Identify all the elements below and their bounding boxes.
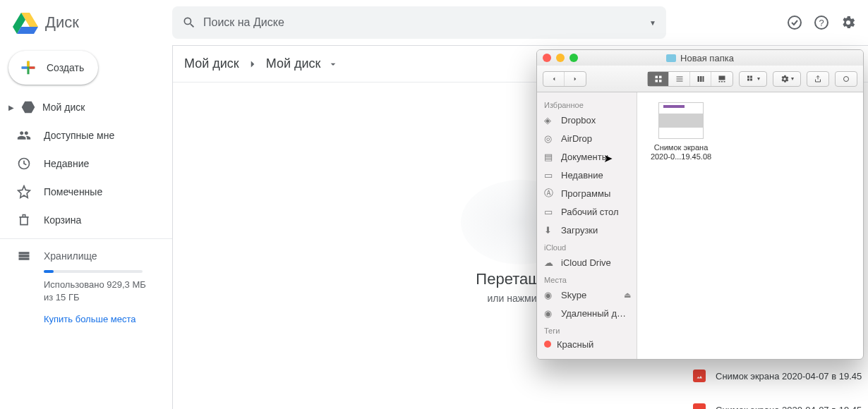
file-tile[interactable]: Снимок экрана 2020-0...19.45.08 — [647, 102, 715, 161]
trash-icon — [17, 213, 31, 227]
drive-brand: Диск — [45, 13, 79, 32]
sidebar-item-label: Помеченные — [44, 186, 102, 197]
sidebar-item-iclouddrive[interactable]: ☁iCloud Drive — [537, 253, 637, 271]
create-button[interactable]: Создать — [8, 51, 98, 85]
sidebar-item-dropbox[interactable]: ◈Dropbox — [537, 111, 637, 129]
tag-dot-icon — [544, 341, 551, 348]
dropbox-icon: ◈ — [544, 115, 555, 126]
eject-icon[interactable]: ⏏ — [624, 291, 631, 300]
sidebar-item-recent[interactable]: Недавние — [0, 149, 172, 178]
arrange-group: ▾ — [739, 71, 767, 87]
search-box[interactable]: ▼ — [172, 6, 666, 39]
sidebar-item-downloads[interactable]: ⬇Загрузки — [537, 221, 637, 239]
sidebar-item-label: Мой диск — [42, 102, 85, 113]
sidebar-item-shared[interactable]: Доступные мне — [0, 121, 172, 149]
sidebar-item-starred[interactable]: Помеченные — [0, 178, 172, 206]
list-view-button[interactable] — [669, 72, 690, 86]
search-options-caret-icon[interactable]: ▼ — [649, 19, 656, 27]
finder-window[interactable]: Новая папка ▾ ▾ Избранное ◈Drop — [536, 49, 864, 360]
sidebar-item-airdrop[interactable]: ◎AirDrop — [537, 129, 637, 147]
drive-icon — [21, 100, 35, 114]
help-icon[interactable]: ? — [813, 14, 830, 31]
sidebar-item-label: Корзина — [44, 214, 81, 226]
recent-file-row[interactable]: Снимок экрана 2020-04-07 в 19.45 — [693, 393, 862, 409]
sidebar-item-label: Skype — [561, 290, 586, 300]
file-name-line2: 2020-0...19.45.08 — [647, 152, 715, 161]
image-file-icon — [693, 403, 706, 409]
view-mode-group — [647, 71, 733, 87]
buy-storage-link[interactable]: Купить больше места — [44, 314, 172, 324]
sidebar-item-label: Рабочий стол — [561, 207, 619, 217]
chevron-down-icon[interactable] — [327, 59, 339, 70]
drive-header: Диск ▼ ? — [0, 0, 868, 45]
section-icloud: iCloud — [537, 239, 637, 253]
sidebar-item-label: Недавние — [44, 158, 89, 169]
finder-titlebar[interactable]: Новая папка — [537, 50, 863, 66]
share-button[interactable] — [807, 72, 828, 86]
desktop-icon: ▭ — [544, 207, 555, 217]
settings-gear-icon[interactable] — [840, 14, 857, 31]
breadcrumb-root[interactable]: Мой диск — [184, 56, 239, 71]
finder-content[interactable]: Снимок экрана 2020-0...19.45.08 — [637, 92, 863, 359]
drive-logo-icon — [11, 10, 40, 35]
column-view-button[interactable] — [690, 72, 711, 86]
finder-sidebar: Избранное ◈Dropbox ◎AirDrop ▤Документы ▭… — [537, 92, 637, 359]
finder-body: Избранное ◈Dropbox ◎AirDrop ▤Документы ▭… — [537, 92, 863, 359]
nav-group — [543, 71, 586, 87]
disk-icon: ◉ — [544, 290, 555, 300]
finder-title: Новая папка — [537, 53, 863, 63]
sidebar-item-remote[interactable]: ◉Удаленный д… — [537, 304, 637, 322]
recent-file-row[interactable]: Снимок экрана 2020-04-07 в 19.45 — [693, 359, 862, 393]
sidebar-item-trash[interactable]: Корзина — [0, 206, 172, 234]
sidebar-item-label: Удаленный д… — [561, 308, 626, 319]
image-file-icon — [693, 370, 706, 382]
folder-icon — [666, 54, 676, 62]
gallery-view-button[interactable] — [711, 72, 733, 86]
search-input[interactable] — [203, 16, 642, 29]
traffic-zoom-button[interactable] — [569, 54, 578, 62]
sidebar-item-storage[interactable]: Хранилище — [0, 243, 172, 266]
storage-icon — [17, 249, 31, 263]
svg-rect-10 — [659, 80, 662, 83]
traffic-minimize-button[interactable] — [556, 54, 565, 62]
sidebar-item-label: iCloud Drive — [561, 257, 611, 268]
drive-sidebar: Создать ▶ Мой диск Доступные мне Недавни… — [0, 45, 172, 324]
sidebar-item-documents[interactable]: ▤Документы — [537, 147, 637, 166]
sidebar-tag-red[interactable]: Красный — [537, 336, 637, 352]
traffic-close-button[interactable] — [543, 54, 551, 62]
arrange-button[interactable]: ▾ — [740, 72, 766, 86]
star-icon — [17, 185, 31, 199]
recents-icon: ▭ — [544, 170, 555, 181]
sidebar-item-applications[interactable]: ⒶПрограммы — [537, 184, 637, 202]
sidebar-item-skype[interactable]: ◉Skype⏏ — [537, 286, 637, 304]
sidebar-item-recents[interactable]: ▭Недавние — [537, 166, 637, 184]
sidebar-item-label: Доступные мне — [44, 130, 114, 141]
plus-icon — [18, 58, 38, 78]
action-button[interactable]: ▾ — [773, 72, 800, 86]
sidebar-item-desktop[interactable]: ▭Рабочий стол — [537, 202, 637, 221]
svg-text:?: ? — [819, 18, 824, 28]
forward-button[interactable] — [565, 72, 586, 86]
finder-toolbar: ▾ ▾ — [537, 66, 863, 92]
divider — [0, 238, 172, 239]
offline-status-icon[interactable] — [786, 14, 803, 31]
expand-caret-icon[interactable]: ▶ — [8, 104, 14, 111]
back-button[interactable] — [543, 72, 565, 86]
file-name: Снимок экрана 2020-04-07 в 19.45 — [716, 371, 862, 381]
tags-button[interactable] — [836, 72, 857, 86]
storage-used-text: Использовано 929,3 МБ из 15 ГБ — [44, 279, 150, 304]
storage-label: Хранилище — [44, 250, 97, 262]
chevron-right-icon — [246, 58, 259, 71]
sidebar-item-label: Загрузки — [561, 225, 598, 236]
sidebar-item-label: Документы — [561, 152, 608, 162]
breadcrumb-current[interactable]: Мой диск — [266, 56, 321, 71]
drive-logo[interactable]: Диск — [11, 10, 172, 35]
svg-rect-8 — [659, 75, 662, 78]
svg-rect-13 — [721, 81, 723, 83]
icon-view-button[interactable] — [648, 72, 669, 86]
section-favorites: Избранное — [537, 97, 637, 111]
sidebar-item-mydrive[interactable]: ▶ Мой диск — [0, 93, 172, 121]
cloud-icon: ☁ — [544, 257, 555, 268]
sidebar-item-label: Недавние — [561, 170, 603, 181]
svg-rect-15 — [747, 75, 749, 78]
